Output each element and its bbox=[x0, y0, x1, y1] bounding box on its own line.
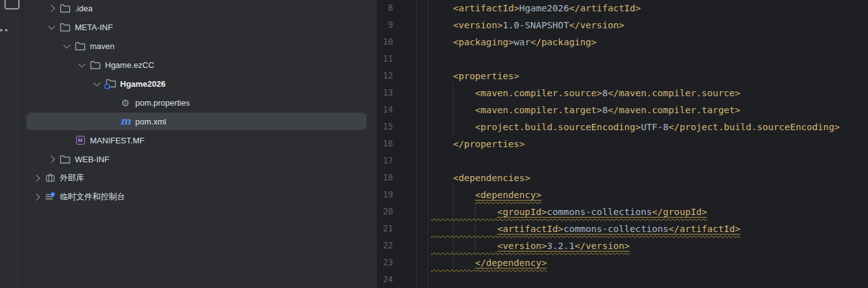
warning-underline-range: <dependency> bbox=[475, 189, 541, 200]
tree-item-meta-inf[interactable]: META-INF bbox=[23, 18, 377, 36]
tree-item-hgame.ezcc[interactable]: Hgame.ezCC bbox=[23, 55, 377, 74]
tree-item-label: WEB-INF bbox=[75, 155, 109, 164]
ide-window: .ideaMETA-INFmavenHgame.ezCCHgame2026⚙po… bbox=[0, 0, 868, 288]
code-line-8[interactable]: <artifactId>Hgame2026</artifactId> bbox=[377, 0, 868, 16]
tree-item-pom.xml[interactable]: mpom.xml bbox=[23, 112, 377, 131]
code-line-15[interactable]: <project.build.sourceEncoding>UTF-8</pro… bbox=[377, 118, 868, 135]
tree-item-label: .idea bbox=[75, 4, 92, 13]
manifest-icon: M bbox=[74, 135, 86, 146]
code-line-11[interactable] bbox=[377, 50, 868, 67]
editor-panel[interactable]: 89101112131415161718192021222324 <artifa… bbox=[377, 0, 868, 288]
tree-item-label: Hgame2026 bbox=[120, 79, 165, 89]
code-line-17[interactable] bbox=[377, 152, 868, 169]
maven-icon: m bbox=[120, 116, 131, 127]
tree-item-web-inf[interactable]: WEB-INF bbox=[23, 150, 377, 169]
more-tool-windows-icon[interactable] bbox=[0, 29, 8, 31]
chevron-down-icon[interactable] bbox=[76, 60, 86, 70]
tree-item-label: Hgame.ezCC bbox=[105, 60, 154, 70]
code-line-9[interactable]: <version>1.0-SNAPSHOT</version> bbox=[377, 16, 868, 33]
project-tree: .ideaMETA-INFmavenHgame.ezCCHgame2026⚙po… bbox=[23, 0, 377, 206]
tree-item-label: META-INF bbox=[75, 23, 113, 32]
chevron-slot bbox=[61, 135, 71, 145]
code-line-10[interactable]: <packaging>war</packaging> bbox=[377, 33, 868, 50]
warning-underline-range: <version>3.2.1</version> bbox=[431, 240, 630, 251]
tree-item-label: pom.properties bbox=[135, 98, 190, 108]
tree-item-label: 外部库 bbox=[60, 172, 84, 184]
chevron-right-icon[interactable] bbox=[31, 192, 41, 202]
tree-item-.idea[interactable]: .idea bbox=[23, 0, 377, 18]
chevron-right-icon[interactable] bbox=[46, 3, 56, 13]
chevron-down-icon[interactable] bbox=[46, 22, 56, 32]
chevron-slot bbox=[106, 116, 116, 126]
tool-window-bar bbox=[0, 0, 23, 288]
tree-item-label: pom.xml bbox=[135, 117, 166, 126]
tree-item-pom.properties[interactable]: ⚙pom.properties bbox=[23, 93, 377, 112]
warning-underline-range: </dependency> bbox=[431, 257, 547, 268]
warning-underline-range: <groupId>commons-collections</groupId> bbox=[431, 206, 707, 217]
tree-item-row-9[interactable]: 外部库 bbox=[23, 169, 377, 187]
code-line-18[interactable]: <dependencies> bbox=[377, 169, 868, 186]
code-area[interactable]: <artifactId>Hgame2026</artifactId> <vers… bbox=[377, 0, 868, 288]
warning-underline-range: <artifactId>commons-collections</artifac… bbox=[431, 223, 740, 234]
tree-item-maven[interactable]: maven bbox=[23, 36, 377, 55]
tree-item-label: maven bbox=[90, 42, 114, 51]
tree-item-row-10[interactable]: 临时文件和控制台 bbox=[23, 187, 377, 206]
chevron-slot bbox=[106, 97, 116, 108]
tree-item-manifest.mf[interactable]: MMANIFEST.MF bbox=[23, 131, 377, 150]
code-line-16[interactable]: </properties> bbox=[377, 135, 868, 152]
code-line-22[interactable]: <version>3.2.1</version> bbox=[377, 237, 868, 254]
code-line-12[interactable]: <properties> bbox=[377, 67, 868, 84]
chevron-right-icon[interactable] bbox=[46, 154, 56, 164]
folder-icon bbox=[89, 59, 101, 70]
project-tree-panel: .ideaMETA-INFmavenHgame.ezCCHgame2026⚙po… bbox=[23, 0, 377, 288]
code-line-20[interactable]: <groupId>commons-collections</groupId> bbox=[377, 203, 868, 220]
library-icon bbox=[44, 172, 56, 184]
code-line-23[interactable]: </dependency> bbox=[377, 254, 868, 271]
chevron-right-icon[interactable] bbox=[31, 173, 41, 183]
tree-item-label: 临时文件和控制台 bbox=[60, 191, 125, 202]
code-line-24[interactable] bbox=[377, 271, 868, 288]
tree-item-label: MANIFEST.MF bbox=[90, 136, 145, 145]
code-line-13[interactable]: <maven.compiler.source>8</maven.compiler… bbox=[377, 84, 868, 101]
chevron-down-icon[interactable] bbox=[91, 79, 101, 89]
code-line-14[interactable]: <maven.compiler.target>8</maven.compiler… bbox=[377, 101, 868, 118]
folder-source-icon bbox=[104, 78, 116, 89]
folder-icon bbox=[59, 21, 71, 33]
code-line-21[interactable]: <artifactId>commons-collections</artifac… bbox=[377, 220, 868, 237]
code-line-19[interactable]: <dependency> bbox=[377, 186, 868, 203]
folder-icon bbox=[59, 3, 71, 14]
tree-item-hgame2026[interactable]: Hgame2026 bbox=[23, 74, 377, 93]
folder-icon bbox=[59, 153, 71, 165]
gear-icon: ⚙ bbox=[120, 97, 131, 108]
chevron-down-icon[interactable] bbox=[61, 41, 71, 51]
folder-icon bbox=[74, 40, 86, 52]
scratch-icon bbox=[44, 191, 56, 202]
project-tool-icon[interactable] bbox=[4, 0, 19, 9]
